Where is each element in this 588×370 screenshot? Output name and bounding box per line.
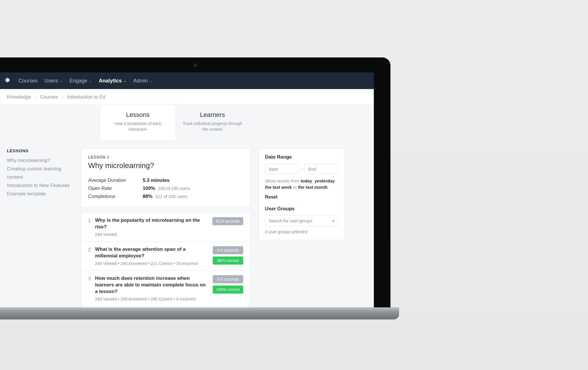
breadcrumb-item[interactable]: Courses <box>40 94 58 100</box>
nav-item-users[interactable]: Users⌄ <box>45 78 63 84</box>
breadcrumb-item[interactable]: Introduction to Ed <box>67 94 105 100</box>
top-nav: CoursesUsers⌄Engage⌄Analytics⌄Admin⌄ <box>0 72 374 89</box>
app-logo-icon <box>3 77 11 85</box>
slide-row[interactable]: 1Why is the popularity of microlearning … <box>81 212 250 242</box>
chevron-down-icon: ⌄ <box>60 79 63 83</box>
chevron-down-icon: ⌄ <box>123 79 126 83</box>
quick-link-today[interactable]: today <box>301 178 312 183</box>
stat-value: 5.3 minutes <box>143 178 170 183</box>
chevron-down-icon: ⌄ <box>150 79 152 83</box>
chevron-down-icon: ▾ <box>332 219 334 223</box>
quick-link-last-week[interactable]: the last week <box>265 185 292 190</box>
date-end-input[interactable]: End <box>305 163 338 174</box>
nav-item-admin[interactable]: Admin⌄ <box>133 78 152 84</box>
nav-item-courses[interactable]: Courses <box>18 78 38 84</box>
lesson-summary-card: LESSON 1 Why microlearning? Average Dura… <box>81 148 250 207</box>
lessons-sidebar: LESSONS Why microlearning?Creating custo… <box>7 148 73 307</box>
sidebar-lesson-link[interactable]: Why microlearning? <box>7 157 73 165</box>
lesson-label: LESSON 1 <box>88 155 243 159</box>
select-placeholder: Search for user groups <box>269 218 313 223</box>
chevron-right-icon: › <box>62 94 63 100</box>
filters-panel: Date Range Start - End Show results from… <box>258 148 345 240</box>
slide-number: 1 <box>88 217 95 223</box>
view-tabs: Lessons View a breakdown of each interac… <box>0 105 374 140</box>
slide-meta: 240 Viewed • 240 Answered • 240 Correct … <box>95 297 209 301</box>
quick-link-last-month[interactable]: the last month <box>298 185 328 190</box>
tab-subtitle: View a breakdown of each interaction <box>106 121 169 132</box>
slides-list: 1Why is the popularity of microlearning … <box>81 212 250 307</box>
nav-item-engage[interactable]: Engage⌄ <box>69 78 92 84</box>
slide-row[interactable]: 4Untitled Slide227 Viewed • 218 Answered… <box>81 306 250 307</box>
date-quick-links: Show results from today, yesterday, the … <box>265 178 338 190</box>
camera-dot <box>194 64 197 67</box>
sidebar-lesson-link[interactable]: Introduction to New Features <box>7 182 73 190</box>
slide-question: Why is the popularity of microlearning o… <box>95 217 208 230</box>
nav-item-analytics[interactable]: Analytics⌄ <box>99 78 126 84</box>
range-separator: - <box>301 166 302 171</box>
slide-question: What is the average attention span of a … <box>95 246 209 259</box>
user-groups-heading: User Groups <box>265 206 338 212</box>
sidebar-heading: LESSONS <box>7 148 73 153</box>
slide-number: 2 <box>88 246 95 253</box>
correct-badge: 88% correct <box>213 257 243 265</box>
tab-learners[interactable]: Learners Track individual progress throu… <box>175 105 250 140</box>
stat-value: 100%240 of 240 users <box>143 186 190 191</box>
time-badge: 42.6 seconds <box>212 217 243 225</box>
stat-key: Average Duration <box>88 178 134 183</box>
slide-meta: 240 Viewed • 240 Answered • 211 Correct … <box>95 261 209 266</box>
slide-meta: 240 Viewed <box>95 232 208 237</box>
slide-number: 3 <box>88 275 95 282</box>
date-start-input[interactable]: Start <box>265 163 298 174</box>
reset-button[interactable]: Reset <box>265 194 338 200</box>
correct-badge: 100% correct <box>213 286 243 294</box>
stat-value: 88%211 of 240 users <box>143 194 187 199</box>
sidebar-lesson-link[interactable]: Creating custom learning content <box>7 165 73 182</box>
sidebar-lesson-link[interactable]: Example template <box>7 190 73 198</box>
time-badge: 5.0 seconds <box>213 246 243 254</box>
stat-key: Open Rate <box>88 186 134 191</box>
breadcrumb: Knowledge › Courses › Introduction to Ed <box>0 89 374 105</box>
breadcrumb-item[interactable]: Knowledge <box>7 94 31 100</box>
chevron-right-icon: › <box>35 94 36 100</box>
user-groups-selected-count: 0 user groups selected <box>265 230 338 234</box>
tab-lessons[interactable]: Lessons View a breakdown of each interac… <box>100 105 175 140</box>
slide-question: How much does retention increase when le… <box>95 275 209 295</box>
tab-title: Lessons <box>106 111 169 119</box>
lesson-title: Why microlearning? <box>88 161 243 170</box>
slide-row[interactable]: 2What is the average attention span of a… <box>81 242 250 271</box>
user-groups-select[interactable]: Search for user groups ▾ <box>265 215 338 227</box>
stat-note: 211 of 240 users <box>155 194 187 199</box>
date-range-heading: Date Range <box>265 154 338 160</box>
laptop-base <box>0 307 399 319</box>
tab-subtitle: Track individual progress through the co… <box>181 121 244 132</box>
slide-row[interactable]: 3How much does retention increase when l… <box>81 271 250 306</box>
stat-note: 240 of 240 users <box>158 186 190 191</box>
stat-key: Completions <box>88 194 134 199</box>
tab-title: Learners <box>181 111 244 119</box>
quick-link-yesterday[interactable]: yesterday <box>315 178 335 183</box>
time-badge: 5.8 seconds <box>213 275 243 283</box>
chevron-down-icon: ⌄ <box>89 79 92 83</box>
